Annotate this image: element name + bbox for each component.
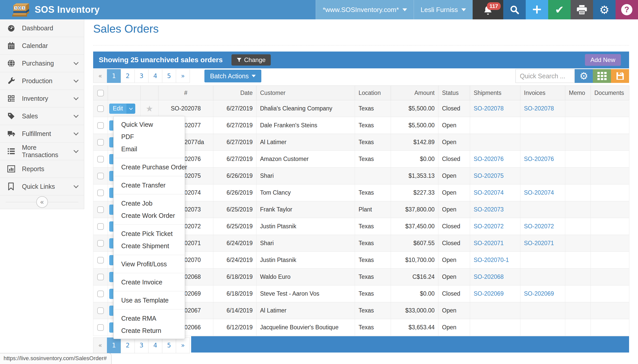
pagination-next[interactable]: » bbox=[176, 69, 190, 83]
pagination-prev[interactable]: « bbox=[93, 337, 107, 353]
edit-dropdown-toggle[interactable] bbox=[127, 104, 135, 114]
row-checkbox[interactable] bbox=[97, 173, 104, 179]
column-header-memo[interactable]: Memo bbox=[565, 86, 591, 100]
order-link[interactable]: SO-202071 bbox=[524, 240, 554, 246]
menu-item-quick-view[interactable]: Quick View bbox=[114, 118, 185, 131]
column-header-date[interactable]: Date bbox=[213, 86, 256, 100]
pagination-page-1[interactable]: 1 bbox=[107, 337, 121, 353]
global-search-button[interactable] bbox=[503, 0, 526, 19]
change-filter-button[interactable]: Change bbox=[231, 54, 271, 66]
sidebar-item-more-transactions[interactable]: More Transactions bbox=[0, 143, 84, 160]
order-link[interactable]: SO-202069 bbox=[474, 290, 504, 297]
quick-search-input[interactable] bbox=[516, 69, 575, 83]
pagination-prev[interactable]: « bbox=[93, 69, 107, 83]
menu-item-create-pick-ticket[interactable]: Create Pick Ticket bbox=[114, 228, 185, 240]
notifications-button[interactable]: 117 bbox=[473, 0, 503, 19]
order-link[interactable]: SO-202072 bbox=[524, 223, 554, 230]
sidebar-item-quick-links[interactable]: Quick Links bbox=[0, 178, 84, 195]
order-memo bbox=[565, 184, 591, 201]
menu-item-use-as-template[interactable]: Use as Template bbox=[114, 294, 185, 306]
pagination-page-4[interactable]: 4 bbox=[148, 69, 162, 83]
row-checkbox[interactable] bbox=[97, 139, 104, 146]
order-link[interactable]: SO-202069 bbox=[524, 290, 554, 297]
company-dropdown[interactable]: *www.SOSInventory.com* bbox=[316, 0, 414, 19]
sidebar-item-reports[interactable]: Reports bbox=[0, 160, 84, 178]
list-settings-button[interactable]: ⚙ bbox=[575, 69, 593, 83]
order-link[interactable]: SO-202071 bbox=[474, 240, 504, 246]
menu-item-create-return[interactable]: Create Return bbox=[114, 324, 185, 337]
favorite-star-icon[interactable]: ★ bbox=[146, 104, 153, 114]
add-new-button[interactable]: Add New bbox=[585, 54, 621, 66]
order-link[interactable]: SO-202074 bbox=[474, 189, 504, 196]
menu-item-pdf[interactable]: PDF bbox=[114, 131, 185, 143]
order-link[interactable]: SO-202068 bbox=[474, 273, 504, 280]
row-checkbox[interactable] bbox=[97, 156, 104, 162]
row-checkbox[interactable] bbox=[97, 240, 104, 247]
menu-item-view-profit-loss[interactable]: View Profit/Loss bbox=[114, 258, 185, 270]
sidebar-item-purchasing[interactable]: Purchasing bbox=[0, 55, 84, 72]
pagination-page-1[interactable]: 1 bbox=[107, 69, 121, 83]
row-checkbox[interactable] bbox=[97, 307, 104, 314]
row-checkbox[interactable] bbox=[97, 105, 104, 112]
menu-item-create-job[interactable]: Create Job bbox=[114, 197, 185, 209]
pagination-page-5[interactable]: 5 bbox=[162, 69, 176, 83]
menu-item-create-purchase-order[interactable]: Create Purchase Order bbox=[114, 161, 185, 173]
pagination-page-3[interactable]: 3 bbox=[134, 337, 149, 353]
add-button[interactable]: + bbox=[526, 0, 548, 19]
row-checkbox[interactable] bbox=[97, 291, 104, 297]
column-header-[interactable]: # bbox=[158, 86, 213, 100]
column-header-customer[interactable]: Customer bbox=[256, 86, 355, 100]
menu-item-create-shipment[interactable]: Create Shipment bbox=[114, 240, 185, 252]
sidebar-collapse-button[interactable]: « bbox=[36, 196, 48, 208]
row-checkbox[interactable] bbox=[97, 190, 104, 196]
sidebar-item-production[interactable]: Production bbox=[0, 72, 84, 90]
sidebar-item-fulfillment[interactable]: Fulfillment bbox=[0, 125, 84, 143]
settings-button[interactable]: ⚙ bbox=[593, 0, 616, 19]
row-checkbox[interactable] bbox=[97, 223, 104, 230]
pagination-page-3[interactable]: 3 bbox=[134, 69, 149, 83]
column-header-invoices[interactable]: Invoices bbox=[520, 86, 565, 100]
row-checkbox[interactable] bbox=[97, 206, 104, 213]
menu-item-email[interactable]: Email bbox=[114, 143, 185, 155]
column-header-status[interactable]: Status bbox=[438, 86, 470, 100]
tasks-button[interactable]: ✔ bbox=[548, 0, 571, 19]
row-checkbox[interactable] bbox=[97, 324, 104, 331]
order-link[interactable]: SO-202076 bbox=[524, 156, 554, 162]
menu-item-create-transfer[interactable]: Create Transfer bbox=[114, 179, 185, 191]
menu-item-create-work-order[interactable]: Create Work Order bbox=[114, 209, 185, 222]
menu-item-create-invoice[interactable]: Create Invoice bbox=[114, 276, 185, 288]
batch-actions-button[interactable]: Batch Actions bbox=[204, 70, 261, 82]
menu-item-create-rma[interactable]: Create RMA bbox=[114, 312, 185, 324]
grid-view-button[interactable] bbox=[593, 69, 611, 83]
edit-button[interactable]: Edit bbox=[109, 104, 135, 114]
row-checkbox[interactable] bbox=[97, 257, 104, 263]
row-checkbox[interactable] bbox=[97, 122, 104, 129]
order-link[interactable]: SO-202070-1 bbox=[474, 257, 509, 263]
pagination-page-2[interactable]: 2 bbox=[121, 69, 135, 83]
sidebar-item-calendar[interactable]: Calendar bbox=[0, 37, 84, 55]
order-link[interactable]: SO-202078 bbox=[524, 105, 554, 112]
column-header-shipments[interactable]: Shipments bbox=[470, 86, 520, 100]
order-link[interactable]: SO-202076 bbox=[474, 156, 504, 162]
save-view-button[interactable] bbox=[611, 69, 629, 83]
sidebar-item-sales[interactable]: Sales bbox=[0, 107, 84, 125]
column-header-amount[interactable]: Amount bbox=[391, 86, 438, 100]
order-link[interactable]: SO-202072 bbox=[474, 223, 504, 230]
order-link[interactable]: SO-202075 bbox=[474, 172, 504, 179]
row-checkbox[interactable] bbox=[97, 274, 104, 280]
order-link[interactable]: SO-202074 bbox=[524, 189, 554, 196]
column-header-documents[interactable]: Documents bbox=[591, 86, 629, 100]
user-dropdown[interactable]: Lesli Furniss bbox=[414, 0, 473, 19]
print-button[interactable] bbox=[571, 0, 593, 19]
order-link[interactable]: SO-202073 bbox=[474, 206, 504, 213]
pagination-page-2[interactable]: 2 bbox=[121, 337, 135, 353]
help-button[interactable]: ? bbox=[616, 0, 638, 19]
pagination-page-4[interactable]: 4 bbox=[148, 337, 162, 353]
pagination-next[interactable]: » bbox=[176, 337, 190, 353]
column-header-location[interactable]: Location bbox=[355, 86, 391, 100]
sidebar-item-dashboard[interactable]: Dashboard bbox=[0, 19, 84, 37]
select-all-checkbox[interactable] bbox=[97, 90, 104, 96]
pagination-page-5[interactable]: 5 bbox=[162, 337, 176, 353]
order-link[interactable]: SO-202078 bbox=[474, 105, 504, 112]
sidebar-item-inventory[interactable]: Inventory bbox=[0, 90, 84, 107]
